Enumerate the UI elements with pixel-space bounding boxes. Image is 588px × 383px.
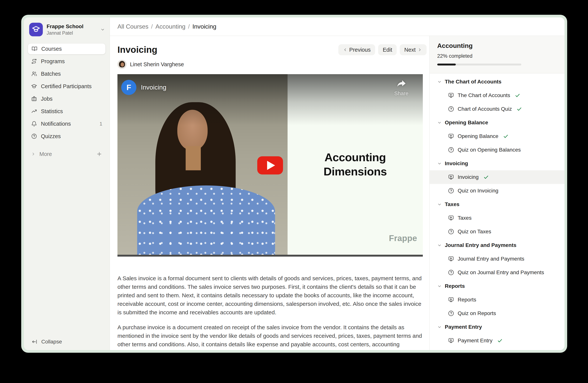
sidebar-item-label: Batches — [41, 71, 61, 77]
sidebar-item-label: Programs — [41, 58, 65, 64]
video-title[interactable]: Invoicing — [141, 84, 166, 91]
breadcrumb-all-courses[interactable]: All Courses — [117, 23, 148, 30]
outline-lesson[interactable]: Quiz on Journal Entry and Payments — [430, 266, 565, 279]
sidebar-item-programs[interactable]: Programs — [28, 56, 106, 67]
check-icon — [497, 338, 503, 344]
outline-section-taxes[interactable]: Taxes — [430, 198, 565, 211]
frappe-school-app: Frappe School Jannat Patel Courses Progr… — [24, 18, 565, 350]
quiz-icon — [448, 106, 454, 112]
quiz-icon — [448, 188, 454, 194]
breadcrumb-accounting[interactable]: Accounting — [156, 23, 186, 30]
course-outline-list: The Chart of Accounts The Chart of Accou… — [430, 74, 565, 350]
graduation-cap-icon — [31, 83, 37, 89]
chevron-right-icon — [418, 47, 422, 52]
check-icon — [483, 174, 489, 180]
share-arrow-icon — [397, 80, 406, 88]
chevron-right-icon — [31, 152, 36, 156]
sidebar-item-notifications[interactable]: Notifications 1 — [28, 118, 106, 129]
outline-lesson[interactable]: Quiz on Invoicing — [430, 184, 565, 198]
lesson-content: Invoicing Previous Edit Nex — [110, 36, 429, 350]
quiz-icon — [448, 229, 454, 235]
help-circle-icon — [31, 133, 37, 139]
breadcrumb-current: Invoicing — [192, 23, 216, 30]
monitor-play-icon — [448, 133, 454, 139]
chevron-down-icon — [437, 79, 442, 84]
outline-section-payment-entry[interactable]: Payment Entry — [430, 320, 565, 334]
monitor-play-icon — [448, 337, 454, 344]
frappe-watermark: Frappe — [389, 233, 417, 243]
sidebar-item-courses[interactable]: Courses — [28, 43, 106, 55]
users-icon — [31, 71, 37, 77]
breadcrumb: All Courses / Accounting / Invoicing — [110, 18, 565, 36]
briefcase-icon — [31, 96, 37, 102]
quiz-icon — [448, 269, 454, 276]
chevron-down-icon — [437, 243, 442, 248]
lesson-toolbar: Previous Edit Next — [338, 44, 427, 55]
check-icon — [516, 106, 522, 112]
next-button[interactable]: Next — [400, 44, 427, 55]
chevron-down-icon — [437, 120, 442, 125]
outline-section-chart-of-accounts[interactable]: The Chart of Accounts — [430, 75, 565, 89]
course-title: Accounting — [437, 42, 557, 49]
sidebar-item-quizzes[interactable]: Quizzes — [28, 131, 106, 142]
course-outline-header: Accounting 22% completed — [430, 36, 565, 74]
sidebar-item-label: Quizzes — [41, 133, 61, 139]
outline-section-opening-balance[interactable]: Opening Balance — [430, 116, 565, 129]
breadcrumb-separator: / — [188, 23, 190, 30]
outline-lesson[interactable]: The Chart of Accounts — [430, 89, 565, 102]
outline-lesson[interactable]: Journal Entry and Payments — [430, 252, 565, 266]
lesson-paragraph: A purchase invoice is a document created… — [117, 323, 423, 350]
share-button[interactable]: Share — [394, 80, 408, 96]
workspace-switcher[interactable]: Frappe School Jannat Patel — [24, 18, 109, 40]
author-name: Linet Sherin Varghese — [130, 61, 184, 68]
breadcrumb-separator: / — [151, 23, 153, 30]
check-icon — [515, 93, 520, 98]
outline-lesson[interactable]: Quiz on Opening Balances — [430, 143, 565, 157]
outline-lesson[interactable]: Taxes — [430, 211, 565, 225]
app-window: Frappe School Jannat Patel Courses Progr… — [21, 15, 567, 353]
chevron-left-icon — [343, 47, 347, 52]
video-player[interactable]: Accounting Dimensions Frappe F Invoicing — [117, 74, 423, 257]
outline-lesson[interactable]: Quiz on Reports — [430, 306, 565, 320]
sidebar-item-jobs[interactable]: Jobs — [28, 93, 106, 104]
outline-section-invoicing[interactable]: Invoicing — [430, 157, 565, 170]
sidebar-item-label: Certified Participants — [41, 83, 92, 90]
outline-section-reports[interactable]: Reports — [430, 279, 565, 293]
outline-lesson[interactable]: Reports — [430, 293, 565, 306]
page-title: Invoicing — [117, 44, 157, 55]
bell-icon — [31, 121, 37, 127]
outline-lesson[interactable]: Payment Entry — [430, 334, 565, 347]
monitor-play-icon — [448, 92, 454, 99]
graduation-cap-logo-icon — [31, 25, 41, 34]
slide-panel: Accounting Dimensions — [288, 74, 423, 255]
collapse-sidebar-button[interactable]: Collapse — [31, 339, 62, 345]
channel-avatar[interactable]: F — [121, 80, 136, 95]
sidebar-more-label: More — [39, 151, 52, 157]
chevron-down-icon — [437, 284, 442, 288]
sidebar-item-batches[interactable]: Batches — [28, 68, 106, 79]
video-progress-strip[interactable] — [117, 255, 423, 257]
outline-lesson[interactable]: Chart of Accounts Quiz — [430, 102, 565, 116]
sidebar-item-certified-participants[interactable]: Certified Participants — [28, 81, 106, 92]
route-icon — [31, 58, 37, 64]
quiz-icon — [448, 310, 454, 317]
monitor-play-icon — [448, 215, 454, 221]
monitor-play-icon — [448, 174, 454, 180]
sidebar-item-more[interactable]: More — [28, 148, 106, 160]
author-avatar — [117, 60, 126, 69]
previous-button[interactable]: Previous — [338, 44, 375, 55]
edit-button[interactable]: Edit — [378, 44, 397, 55]
outline-lesson-active[interactable]: Invoicing — [430, 170, 565, 184]
sidebar-item-label: Jobs — [41, 96, 52, 102]
trending-up-icon — [31, 108, 37, 114]
workspace-user: Jannat Patel — [47, 30, 83, 36]
outline-section-journal-entry[interactable]: Journal Entry and Payments — [430, 238, 565, 252]
play-button[interactable] — [257, 156, 283, 174]
monitor-play-icon — [448, 256, 454, 262]
sidebar-item-statistics[interactable]: Statistics — [28, 106, 106, 117]
chevron-down-icon — [100, 27, 105, 32]
sidebar-item-label: Statistics — [41, 108, 63, 115]
outline-lesson[interactable]: Opening Balance — [430, 129, 565, 143]
plus-icon[interactable] — [96, 151, 102, 157]
outline-lesson[interactable]: Quiz on Taxes — [430, 225, 565, 238]
